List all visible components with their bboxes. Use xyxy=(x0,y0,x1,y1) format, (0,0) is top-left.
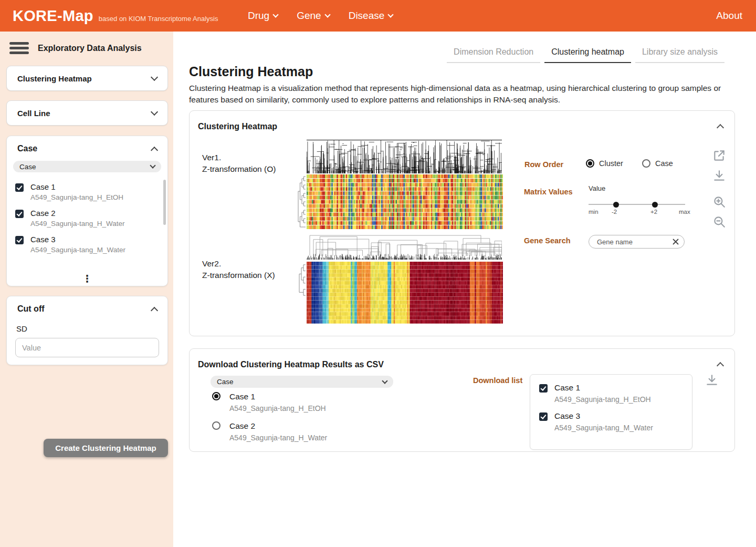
gene-search-input[interactable] xyxy=(597,238,669,246)
main-nav: Drug Gene Disease xyxy=(248,0,393,32)
scrollbar[interactable] xyxy=(163,180,166,225)
case-checkbox-item[interactable]: Case 2 A549_Sagunja-tang_H_Water xyxy=(7,205,167,231)
heatmap-ver1-matrix xyxy=(307,174,503,229)
row-order-label: Row Order xyxy=(524,160,563,169)
chevron-down-icon xyxy=(151,74,158,81)
matrix-values-label: Matrix Values xyxy=(524,188,573,196)
heatmap-ver1-top-dendrogram xyxy=(307,140,502,173)
download-option-case1[interactable]: Case 1 A549_Sagunja-tang_H_EtOH xyxy=(212,392,326,412)
tab-library-size-analysis[interactable]: Library size analysis xyxy=(635,44,724,63)
collapse-icon[interactable] xyxy=(717,124,724,131)
brand-area: KORE-Map based on KIOM Transcriptome Ana… xyxy=(13,0,218,32)
chevron-up-icon xyxy=(151,146,158,153)
checkbox-checked-icon[interactable] xyxy=(15,210,24,218)
case-mode-select[interactable]: Case xyxy=(13,161,161,172)
card-title: Download Clustering Heatmap Results as C… xyxy=(198,360,384,369)
case-checkbox-item[interactable]: Case 3 A549_Sagunja-tang_M_Water xyxy=(7,231,167,257)
more-ellipsis-icon: ⋮ xyxy=(7,275,167,283)
clustering-heatmap-card: Clustering Heatmap Ver1. Z-transformatio… xyxy=(189,110,735,336)
download-list-label: Download list xyxy=(473,376,522,385)
heatmap-ver1-row-dendrogram xyxy=(297,174,306,229)
zoom-in-icon[interactable] xyxy=(712,195,726,209)
slider-track[interactable] xyxy=(589,204,685,205)
gene-search-label: Gene Search xyxy=(524,236,571,245)
radio-unchecked-icon[interactable] xyxy=(212,421,220,430)
checkbox-checked-icon[interactable] xyxy=(15,236,24,244)
slider-handle-low[interactable] xyxy=(613,202,619,208)
app-logo[interactable]: KORE-Map xyxy=(13,7,93,24)
download-icon[interactable] xyxy=(705,373,719,387)
cutoff-panel-header[interactable]: Cut off xyxy=(7,296,167,317)
radio-case[interactable] xyxy=(642,159,650,168)
app-tagline: based on KIOM Transcriptome Analysis xyxy=(99,15,218,23)
chevron-down-icon xyxy=(273,12,279,17)
chevron-down-icon xyxy=(151,108,158,116)
heatmap-ver2-matrix xyxy=(307,262,503,324)
download-case-select[interactable]: Case xyxy=(211,376,393,388)
chevron-down-icon xyxy=(150,162,155,168)
download-icon[interactable] xyxy=(712,169,726,182)
ver1-label: Ver1. Z-transformation (O) xyxy=(202,152,276,175)
chevron-down-icon xyxy=(388,12,394,17)
download-list-box: Case 1 A549_Sagunja-tang_H_EtOH Case 3 A… xyxy=(530,374,692,450)
case-checkbox-item[interactable]: Case 1 A549_Sagunja-tang_H_EtOH xyxy=(7,179,167,205)
analysis-tabs: Dimension Reduction Clustering heatmap L… xyxy=(447,44,724,63)
heatmap-ver2 xyxy=(297,234,503,324)
value-label: Value xyxy=(589,184,605,192)
gene-search-field[interactable] xyxy=(589,235,685,249)
checkbox-checked-icon[interactable] xyxy=(15,183,24,192)
zoom-out-icon[interactable] xyxy=(712,215,726,229)
page-title: Clustering Heatmap xyxy=(189,64,313,79)
heatmap-toolbar xyxy=(712,149,726,229)
nav-about[interactable]: About xyxy=(716,0,742,32)
tab-clustering-heatmap[interactable]: Clustering heatmap xyxy=(544,44,631,63)
collapse-icon[interactable] xyxy=(717,362,724,369)
open-external-icon[interactable] xyxy=(712,149,726,162)
radio-checked-icon[interactable] xyxy=(212,392,220,400)
case-list: Case 1 A549_Sagunja-tang_H_EtOH Case 2 A… xyxy=(7,179,167,282)
download-list-item[interactable]: Case 1 A549_Sagunja-tang_H_EtOH xyxy=(530,381,692,410)
sidebar: Exploratory Data Analysis Clustering Hea… xyxy=(0,32,173,547)
download-option-case2[interactable]: Case 2 A549_Sagunja-tang_H_Water xyxy=(212,421,327,442)
sd-label: SD xyxy=(16,324,167,333)
ver2-label: Ver2. Z-transformation (X) xyxy=(202,258,275,281)
card-title: Clustering Heatmap xyxy=(198,122,277,131)
menu-icon[interactable] xyxy=(9,42,29,54)
tab-dimension-reduction[interactable]: Dimension Reduction xyxy=(447,44,540,63)
top-navbar: KORE-Map based on KIOM Transcriptome Ana… xyxy=(0,0,756,32)
checkbox-checked-icon[interactable] xyxy=(539,412,548,421)
create-heatmap-button[interactable]: Create Clustering Heatmap xyxy=(44,439,168,457)
cutoff-panel: Cut off SD xyxy=(6,296,168,365)
case-panel-header[interactable]: Case xyxy=(7,136,167,157)
clear-icon[interactable] xyxy=(672,238,679,245)
analysis-type-select[interactable]: Clustering Heatmap xyxy=(6,66,168,91)
heatmap-ver2-row-dendrogram xyxy=(298,262,306,298)
slider-labels: min -2 +2 max xyxy=(589,209,689,216)
case-panel: Case Case Case 1 A549_Sagunja-tang_H_EtO… xyxy=(6,136,168,286)
page-description: Clustering Heatmap is a visualization me… xyxy=(189,82,731,106)
heatmap-ver1 xyxy=(297,140,503,230)
sd-value-input[interactable] xyxy=(15,338,159,357)
nav-gene-menu[interactable]: Gene xyxy=(297,10,329,22)
checkbox-checked-icon[interactable] xyxy=(539,384,548,393)
slider-handle-high[interactable] xyxy=(652,202,658,208)
main-content: Dimension Reduction Clustering heatmap L… xyxy=(173,32,756,547)
chevron-down-icon xyxy=(324,12,330,17)
download-results-card: Download Clustering Heatmap Results as C… xyxy=(189,348,735,452)
nav-drug-menu[interactable]: Drug xyxy=(248,10,278,22)
heatmap-ver2-top-dendrogram xyxy=(307,234,502,260)
chevron-up-icon xyxy=(151,306,158,314)
download-list-item[interactable]: Case 3 A549_Sagunja-tang_M_Water xyxy=(530,410,692,438)
sidebar-title: Exploratory Data Analysis xyxy=(38,44,142,53)
row-order-radios: Cluster Case xyxy=(586,159,673,168)
radio-cluster[interactable] xyxy=(586,159,594,168)
chevron-down-icon xyxy=(382,378,387,384)
cell-line-select[interactable]: Cell Line xyxy=(6,100,168,126)
nav-disease-menu[interactable]: Disease xyxy=(349,10,393,22)
